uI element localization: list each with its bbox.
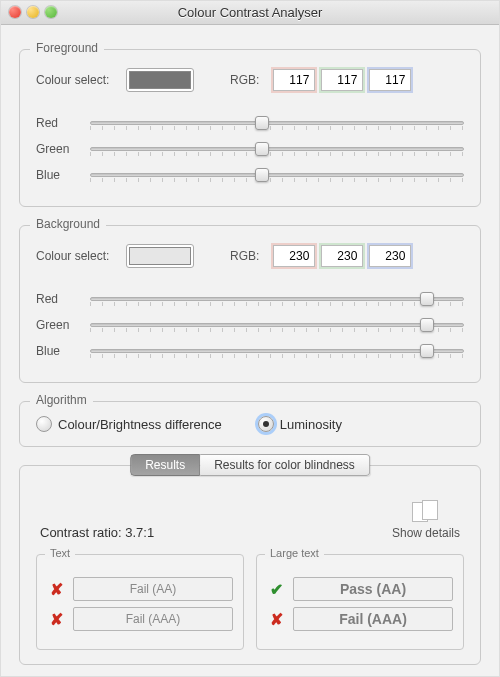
radio-icon: [258, 416, 274, 432]
background-blue-slider[interactable]: [90, 342, 464, 360]
fail-icon: ✘: [47, 580, 65, 598]
titlebar: Colour Contrast Analyser: [1, 1, 499, 25]
background-legend: Background: [30, 217, 106, 231]
algorithm-luminosity-radio[interactable]: Luminosity: [258, 416, 342, 432]
algorithm-luminosity-label: Luminosity: [280, 417, 342, 432]
window: Colour Contrast Analyser Foreground Colo…: [0, 0, 500, 677]
background-green-slider[interactable]: [90, 316, 464, 334]
show-details-button[interactable]: Show details: [392, 500, 460, 540]
fail-icon: ✘: [267, 610, 285, 628]
large-text-results: Large text ✔ Pass (AA) ✘ Fail (AAA): [256, 554, 464, 650]
algorithm-brightness-label: Colour/Brightness difference: [58, 417, 222, 432]
foreground-green-thumb[interactable]: [255, 142, 269, 156]
foreground-r-input[interactable]: [273, 69, 315, 91]
foreground-legend: Foreground: [30, 41, 104, 55]
algorithm-group: Algorithm Colour/Brightness difference L…: [19, 401, 481, 447]
contrast-ratio: Contrast ratio: 3.7:1: [40, 525, 154, 540]
minimize-window-button[interactable]: [27, 6, 39, 18]
tab-colour-blindness[interactable]: Results for color blindness: [200, 454, 370, 476]
content: Foreground Colour select: RGB: Red: [1, 25, 499, 676]
algorithm-legend: Algorithm: [30, 393, 93, 407]
background-colour-select-label: Colour select:: [36, 249, 118, 263]
background-swatch-inner: [129, 247, 191, 265]
window-title: Colour Contrast Analyser: [1, 5, 499, 20]
large-text-aa-result: Pass (AA): [293, 577, 453, 601]
foreground-swatch-inner: [129, 71, 191, 89]
text-legend: Text: [45, 547, 75, 559]
foreground-group: Foreground Colour select: RGB: Red: [19, 49, 481, 207]
foreground-green-slider[interactable]: [90, 140, 464, 158]
foreground-g-input[interactable]: [321, 69, 363, 91]
close-window-button[interactable]: [9, 6, 21, 18]
zoom-window-button[interactable]: [45, 6, 57, 18]
background-group: Background Colour select: RGB: Red: [19, 225, 481, 383]
foreground-blue-slider[interactable]: [90, 166, 464, 184]
background-red-slider[interactable]: [90, 290, 464, 308]
foreground-red-label: Red: [36, 116, 80, 130]
background-green-label: Green: [36, 318, 80, 332]
text-results: Text ✘ Fail (AA) ✘ Fail (AAA): [36, 554, 244, 650]
background-rgb-label: RGB:: [230, 249, 259, 263]
show-details-label: Show details: [392, 526, 460, 540]
radio-icon: [36, 416, 52, 432]
foreground-rgb-label: RGB:: [230, 73, 259, 87]
foreground-blue-label: Blue: [36, 168, 80, 182]
foreground-red-slider[interactable]: [90, 114, 464, 132]
background-r-input[interactable]: [273, 245, 315, 267]
traffic-lights: [9, 6, 57, 18]
fail-icon: ✘: [47, 610, 65, 628]
results-group: Results Results for color blindness Cont…: [19, 465, 481, 665]
background-red-thumb[interactable]: [420, 292, 434, 306]
tab-results[interactable]: Results: [130, 454, 200, 476]
text-aaa-result: Fail (AAA): [73, 607, 233, 631]
pass-icon: ✔: [267, 580, 285, 598]
foreground-b-input[interactable]: [369, 69, 411, 91]
background-blue-thumb[interactable]: [420, 344, 434, 358]
results-tabs: Results Results for color blindness: [130, 454, 370, 476]
background-red-label: Red: [36, 292, 80, 306]
background-colour-swatch[interactable]: [126, 244, 194, 268]
foreground-red-thumb[interactable]: [255, 116, 269, 130]
large-text-legend: Large text: [265, 547, 324, 559]
text-aa-result: Fail (AA): [73, 577, 233, 601]
pages-icon: [412, 500, 440, 522]
foreground-colour-select-label: Colour select:: [36, 73, 118, 87]
foreground-blue-thumb[interactable]: [255, 168, 269, 182]
background-g-input[interactable]: [321, 245, 363, 267]
foreground-green-label: Green: [36, 142, 80, 156]
algorithm-brightness-radio[interactable]: Colour/Brightness difference: [36, 416, 222, 432]
background-green-thumb[interactable]: [420, 318, 434, 332]
background-b-input[interactable]: [369, 245, 411, 267]
foreground-colour-swatch[interactable]: [126, 68, 194, 92]
large-text-aaa-result: Fail (AAA): [293, 607, 453, 631]
background-blue-label: Blue: [36, 344, 80, 358]
